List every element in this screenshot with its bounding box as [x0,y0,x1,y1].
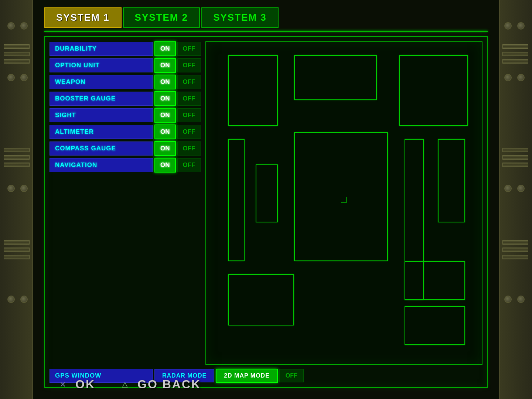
weapon-label: WEAPON [50,75,153,89]
compass-gauge-label: COMPASS GAUGE [50,141,153,156]
altimeter-off-button[interactable]: OFF [177,125,201,139]
rivet [7,22,15,30]
setting-row-compass-gauge: COMPASS GAUGE ON OFF [50,141,201,156]
vent-bar [502,44,528,49]
setting-row-altimeter: ALTIMETER ON OFF [50,125,201,139]
rivet [517,296,525,303]
go-back-label: GO BACK [137,378,201,391]
cross-icon [55,377,70,392]
sight-on-button[interactable]: ON [154,108,176,123]
hud-preview [205,41,483,365]
bottom-action-bar: OK GO BACK [33,377,499,392]
crosshair-hint [341,197,347,203]
rivet [504,185,512,192]
booster-gauge-off-button[interactable]: OFF [177,92,201,106]
vent-bar [4,255,30,259]
vent-bar [502,163,528,167]
sight-off-button[interactable]: OFF [177,108,201,122]
rivet [7,185,15,192]
settings-and-preview: DURABILITY ON OFF OPTION UNIT ON OFF WEA… [50,41,482,365]
rivet [517,74,525,81]
vent-bar [4,59,30,64]
navigation-off-button[interactable]: OFF [177,158,201,172]
setting-row-booster-gauge: BOOSTER GAUGE ON OFF [50,91,201,106]
hud-rect-top-left [228,55,277,126]
rivet [504,22,512,30]
durability-label: DURABILITY [50,42,153,56]
vent-bar [502,59,528,64]
booster-gauge-on-button[interactable]: ON [154,91,176,106]
rivet [517,22,525,30]
vent-bar [502,155,528,160]
durability-off-button[interactable]: OFF [177,42,201,56]
main-content: SYSTEM 1 SYSTEM 2 SYSTEM 3 DURABILITY ON… [33,0,499,399]
durability-on-button[interactable]: ON [154,41,176,56]
option-unit-label: OPTION UNIT [50,58,153,72]
setting-row-weapon: WEAPON ON OFF [50,75,201,89]
vent-bar [4,52,30,56]
rivet [7,74,15,81]
settings-list: DURABILITY ON OFF OPTION UNIT ON OFF WEA… [50,41,201,365]
vent-bar [502,148,528,152]
go-back-action[interactable]: GO BACK [117,377,201,392]
vent-bar [4,163,30,167]
hud-rect-top-center [294,55,377,100]
rivet [517,185,525,192]
tab-system3[interactable]: SYSTEM 3 [201,7,279,28]
setting-row-durability: DURABILITY ON OFF [50,41,201,56]
vent-bar [4,248,30,252]
compass-gauge-on-button[interactable]: ON [154,141,176,156]
setting-row-navigation: NAVIGATION ON OFF [50,158,201,173]
vent-bar [502,255,528,259]
weapon-on-button[interactable]: ON [154,75,176,89]
navigation-label: NAVIGATION [50,158,153,172]
hud-rect-bottom-left [228,274,294,326]
separator [44,31,488,32]
hud-rect-left-bar [228,139,245,261]
tabs-row: SYSTEM 1 SYSTEM 2 SYSTEM 3 [44,7,488,28]
hud-rect-top-right [399,55,468,126]
vent-bar [502,248,528,252]
rivet [504,296,512,303]
option-unit-on-button[interactable]: ON [154,58,176,73]
tab-system2[interactable]: SYSTEM 2 [123,7,200,28]
tab-system1[interactable]: SYSTEM 1 [44,7,122,28]
vent-bar [502,52,528,56]
hud-rect-bottom-right2 [405,306,465,345]
booster-gauge-label: BOOSTER GAUGE [50,92,153,106]
navigation-on-button[interactable]: ON [154,158,176,173]
rivet [20,22,28,30]
weapon-off-button[interactable]: OFF [177,75,201,89]
settings-panel: DURABILITY ON OFF OPTION UNIT ON OFF WEA… [44,36,488,388]
altimeter-label: ALTIMETER [50,125,153,139]
vent-bar [502,240,528,245]
vent-bar [4,240,30,245]
ok-label: OK [75,378,95,391]
rivet [20,74,28,81]
vent-bar [4,44,30,49]
sight-label: SIGHT [50,108,153,122]
hud-rect-mid-small [256,164,278,222]
hud-rect-bottom-right1 [405,261,465,300]
triangle-icon [117,377,132,392]
altimeter-on-button[interactable]: ON [154,125,176,139]
setting-row-sight: SIGHT ON OFF [50,108,201,123]
setting-row-option-unit: OPTION UNIT ON OFF [50,58,201,73]
vent-bar [4,155,30,160]
option-unit-off-button[interactable]: OFF [177,58,201,72]
vent-bar [4,148,30,152]
rivet [504,74,512,81]
hud-rect-right-bar2 [438,139,466,223]
rivet [20,296,28,303]
left-panel [0,0,33,399]
right-panel [499,0,532,399]
ok-action[interactable]: OK [55,377,95,392]
compass-gauge-off-button[interactable]: OFF [177,141,201,156]
rivet [7,296,15,303]
rivet [20,185,28,192]
